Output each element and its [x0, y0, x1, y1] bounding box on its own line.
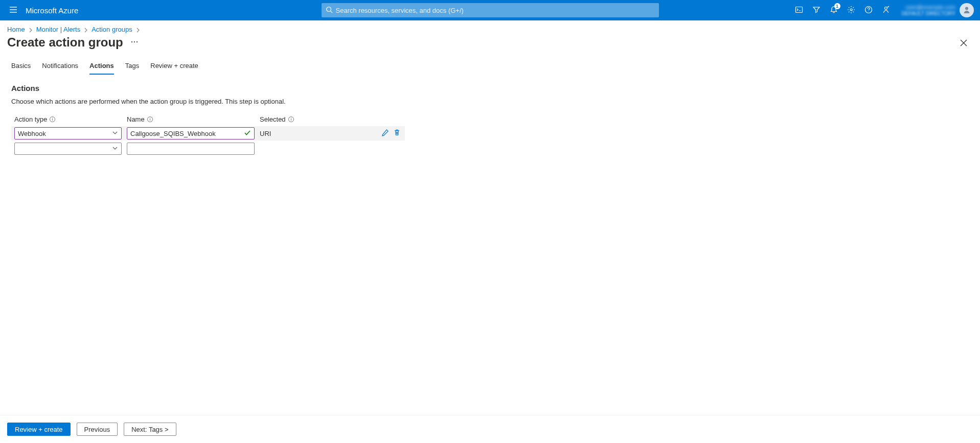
svg-rect-5	[795, 7, 802, 12]
svg-line-4	[330, 11, 332, 13]
breadcrumb-action-groups[interactable]: Action groups	[92, 26, 132, 33]
review-create-button[interactable]: Review + create	[7, 423, 71, 436]
svg-point-8	[884, 7, 887, 9]
tabs: Basics Notifications Actions Tags Review…	[0, 53, 980, 75]
actions-table-header: Action type Name Selected	[11, 115, 405, 123]
menu-icon	[9, 6, 17, 15]
info-icon[interactable]	[49, 116, 56, 123]
breadcrumb: Home Monitor | Alerts Action groups	[0, 20, 980, 35]
breadcrumb-monitor-alerts[interactable]: Monitor | Alerts	[36, 26, 80, 33]
avatar	[960, 3, 974, 17]
select-value: Webhook	[18, 130, 46, 137]
action-name-input[interactable]: Callgoose_SQIBS_Webhook	[127, 127, 255, 139]
edit-button[interactable]	[381, 129, 389, 138]
form-body: Actions Choose which actions are perform…	[0, 75, 980, 164]
notification-badge: 1	[834, 3, 840, 9]
tab-basics[interactable]: Basics	[11, 62, 31, 75]
filter-icon	[812, 6, 821, 15]
person-icon	[963, 6, 971, 15]
svg-point-3	[326, 7, 331, 11]
svg-point-11	[134, 41, 135, 42]
cloud-shell-icon	[795, 6, 803, 15]
section-description: Choose which actions are performed when …	[11, 98, 969, 105]
search-wrap	[322, 3, 659, 17]
directories-button[interactable]	[808, 0, 825, 20]
svg-point-12	[136, 41, 138, 42]
gear-icon	[847, 6, 855, 15]
chevron-right-icon	[28, 26, 33, 33]
table-row	[11, 141, 405, 155]
notifications-button[interactable]: 1	[825, 0, 842, 20]
chevron-right-icon	[83, 26, 88, 33]
chevron-down-icon	[112, 130, 118, 137]
action-name-input[interactable]	[127, 143, 255, 155]
info-icon[interactable]	[288, 116, 294, 123]
account-text: user@example.com DEFAULT DIRECTORY	[902, 4, 955, 16]
feedback-icon	[882, 6, 890, 15]
more-button[interactable]	[130, 38, 139, 48]
next-button[interactable]: Next: Tags >	[124, 423, 176, 436]
account-directory: DEFAULT DIRECTORY	[902, 11, 955, 16]
account-email: user@example.com	[902, 4, 955, 10]
column-label: Selected	[260, 115, 286, 123]
svg-point-23	[291, 118, 291, 118]
column-label: Name	[127, 115, 145, 123]
chevron-right-icon	[135, 26, 141, 33]
more-icon	[130, 40, 139, 48]
settings-button[interactable]	[842, 0, 860, 20]
close-button[interactable]	[955, 35, 972, 52]
svg-point-9	[965, 7, 968, 10]
svg-point-6	[850, 9, 852, 11]
table-row: Webhook Callgoose_SQIBS_Webhook URI	[11, 126, 405, 141]
chevron-down-icon	[112, 145, 118, 153]
help-icon	[864, 6, 873, 15]
page-title: Create action group	[7, 35, 123, 50]
tab-tags[interactable]: Tags	[125, 62, 139, 75]
selected-cell: URI	[260, 129, 402, 138]
column-header-name: Name	[127, 115, 255, 123]
previous-button[interactable]: Previous	[77, 423, 118, 436]
topbar: Microsoft Azure	[0, 0, 980, 20]
tab-notifications[interactable]: Notifications	[42, 62, 78, 75]
column-header-selected: Selected	[260, 115, 405, 123]
cloud-shell-button[interactable]	[790, 0, 808, 20]
svg-point-20	[150, 118, 150, 118]
input-value: Callgoose_SQIBS_Webhook	[130, 130, 216, 137]
account-menu[interactable]: user@example.com DEFAULT DIRECTORY	[895, 3, 977, 17]
check-icon	[244, 129, 251, 138]
svg-point-10	[131, 41, 132, 42]
close-icon	[960, 39, 967, 48]
title-row: Create action group	[0, 35, 980, 53]
column-label: Action type	[14, 115, 47, 123]
search-input[interactable]	[336, 7, 655, 14]
tab-review-create[interactable]: Review + create	[150, 62, 198, 75]
svg-point-17	[52, 118, 53, 118]
info-icon[interactable]	[147, 116, 153, 123]
search-icon	[326, 6, 333, 15]
footer-bar: Review + create Previous Next: Tags >	[0, 415, 980, 443]
selected-value: URI	[260, 130, 271, 137]
feedback-button[interactable]	[877, 0, 895, 20]
section-title: Actions	[11, 84, 969, 92]
action-type-select[interactable]: Webhook	[14, 127, 122, 139]
topbar-right: 1	[790, 0, 977, 20]
column-header-action-type: Action type	[14, 115, 122, 123]
pencil-icon	[381, 130, 389, 138]
breadcrumb-home[interactable]: Home	[7, 26, 25, 33]
brand-label[interactable]: Microsoft Azure	[24, 6, 88, 15]
menu-button[interactable]	[3, 0, 24, 20]
tab-actions[interactable]: Actions	[89, 62, 114, 75]
search-box[interactable]	[322, 3, 659, 17]
actions-table: Action type Name Selected Webho	[11, 115, 405, 155]
action-type-select[interactable]	[14, 143, 122, 155]
help-button[interactable]	[860, 0, 877, 20]
delete-button[interactable]	[393, 129, 401, 138]
trash-icon	[393, 130, 401, 138]
